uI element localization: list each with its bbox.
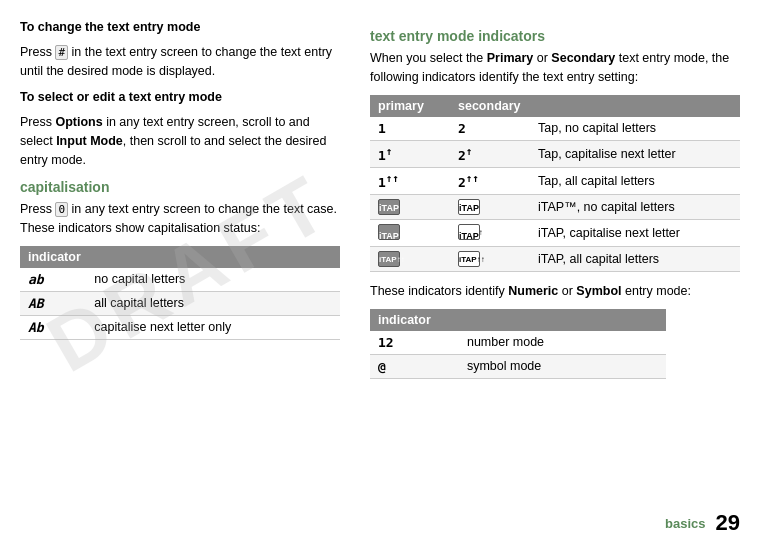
tm-secondary-5: iTAP↑ [450,220,530,247]
table-row: ab no capital letters [20,268,340,292]
secondary-label: Secondary [551,51,615,65]
tm-primary-4: iTAP [370,195,450,220]
footer-page-number: 29 [716,510,740,536]
table-row: 1↑↑ 2↑↑ Tap, all capital letters [370,167,740,194]
right-column: text entry mode indicators When you sele… [360,18,740,516]
text-mode-table: primary secondary 1 2 Tap, no capital le… [370,95,740,273]
table-row: AB all capital letters [20,291,340,315]
right-section-title: text entry mode indicators [370,28,740,44]
cap-para: Press 0 in any text entry screen to chan… [20,200,340,238]
right-para2: These indicators identify Numeric or Sym… [370,282,740,301]
left-heading2: To select or edit a text entry mode [20,88,340,107]
tm-desc-2: Tap, capitalise next letter [530,140,740,167]
itap-icon-5: iTAP↑↑ [378,251,400,267]
primary-label: Primary [487,51,534,65]
cap-table-header: indicator [20,246,340,268]
cap-indicator-3: Ab [20,315,86,339]
itap-icon-3: iTAP↑ [378,224,400,240]
itap-icon-4: iTAP↑ [458,224,480,240]
indicator-table2-body: 12 number mode @ symbol mode [370,331,666,379]
table-row: @ symbol mode [370,354,666,378]
ind2-desc-1: number mode [459,331,666,355]
table-row: iTAP iTAP iTAP™, no capital letters [370,195,740,220]
tm-primary-2: 1↑ [370,140,450,167]
table-row: 1↑ 2↑ Tap, capitalise next letter [370,140,740,167]
table-row: iTAP↑↑ iTAP↑↑ iTAP, all capital letters [370,247,740,272]
indicator-table2: indicator 12 number mode @ symbol mode [370,309,666,379]
tm-primary-5: iTAP↑ [370,220,450,247]
input-mode-label: Input Mode [56,134,123,148]
tm-desc-4: iTAP™, no capital letters [530,195,740,220]
table-row: iTAP↑ iTAP↑ iTAP, capitalise next letter [370,220,740,247]
zero-key: 0 [55,202,68,217]
tm-secondary-3: 2↑↑ [450,167,530,194]
hash-key: # [55,45,68,60]
symbol-label: Symbol [576,284,621,298]
tm-desc-1: Tap, no capital letters [530,117,740,141]
tm-primary-3: 1↑↑ [370,167,450,194]
cap-desc-3: capitalise next letter only [86,315,340,339]
right-para1: When you select the Primary or Secondary… [370,49,740,87]
col-desc-header [530,95,740,117]
itap-icon-1: iTAP [378,199,400,215]
tm-primary-1: 1 [370,117,450,141]
tm-desc-3: Tap, all capital letters [530,167,740,194]
left-para2: Press Options in any text entry screen, … [20,113,340,169]
left-para1: Press # in the text entry screen to chan… [20,43,340,81]
col-secondary-header: secondary [450,95,530,117]
table-row: Ab capitalise next letter only [20,315,340,339]
text-mode-table-body: 1 2 Tap, no capital letters 1↑ 2↑ Tap, c… [370,117,740,272]
itap-icon-6: iTAP↑↑ [458,251,480,267]
itap-icon-2: iTAP [458,199,480,215]
page-container: To change the text entry mode Press # in… [0,0,760,546]
tm-primary-6: iTAP↑↑ [370,247,450,272]
tm-secondary-1: 2 [450,117,530,141]
tm-desc-5: iTAP, capitalise next letter [530,220,740,247]
ind2-indicator-2: @ [370,354,459,378]
col-primary-header: primary [370,95,450,117]
ind2-desc-2: symbol mode [459,354,666,378]
cap-indicator-1: ab [20,268,86,292]
ind-table2-header: indicator [370,309,666,331]
capitalisation-heading: capitalisation [20,179,340,195]
left-heading1: To change the text entry mode [20,18,340,37]
table-row: 1 2 Tap, no capital letters [370,117,740,141]
footer-label: basics [665,516,705,531]
cap-desc-1: no capital letters [86,268,340,292]
ind2-indicator-1: 12 [370,331,459,355]
tm-secondary-4: iTAP [450,195,530,220]
page-footer: basics 29 [665,510,740,536]
cap-desc-2: all capital letters [86,291,340,315]
left-column: To change the text entry mode Press # in… [20,18,360,516]
cap-table: indicator ab no capital letters AB all c… [20,246,340,340]
table-row: 12 number mode [370,331,666,355]
tm-secondary-6: iTAP↑↑ [450,247,530,272]
cap-table-body: ab no capital letters AB all capital let… [20,268,340,340]
tm-desc-6: iTAP, all capital letters [530,247,740,272]
numeric-label: Numeric [508,284,558,298]
cap-indicator-2: AB [20,291,86,315]
options-label: Options [55,115,102,129]
tm-secondary-2: 2↑ [450,140,530,167]
